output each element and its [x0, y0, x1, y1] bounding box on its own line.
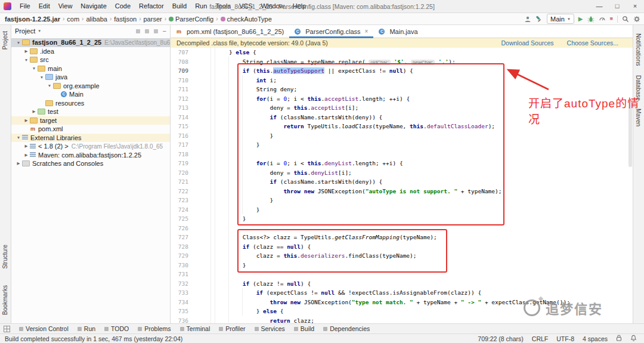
menu-edit[interactable]: Edit: [35, 0, 54, 13]
code-line[interactable]: 718: [171, 150, 633, 159]
line-number[interactable]: 715: [175, 122, 188, 131]
tree-item-external-libraries[interactable]: ▼External Libraries: [11, 134, 170, 143]
chevron-down-icon[interactable]: ▼: [46, 84, 53, 88]
line-number[interactable]: 732: [175, 279, 188, 289]
code-line[interactable]: 709 if (this.autoTypeSupport || expectCl…: [171, 66, 633, 76]
toolwindow-profiler[interactable]: Profiler: [219, 325, 245, 332]
code-line[interactable]: 728 if (clazz == null) {: [171, 242, 633, 252]
line-separator[interactable]: CRLF: [532, 335, 548, 342]
breadcrumb-item-fastjson-1-2-25-jar[interactable]: fastjson-1.2.25.jar: [5, 16, 60, 23]
project-panel-title[interactable]: Project: [15, 27, 35, 35]
code-line[interactable]: 711 String deny;: [171, 85, 633, 94]
code-line[interactable]: 721 if (className.startsWith(deny)) {: [171, 177, 633, 187]
maximize-button[interactable]: □: [608, 0, 626, 13]
line-number[interactable]: 733: [175, 288, 188, 298]
line-number[interactable]: 730: [175, 261, 188, 270]
tree-item-target[interactable]: ▶target: [11, 116, 170, 125]
line-number[interactable]: 731: [175, 270, 188, 279]
stripe-bookmarks[interactable]: Bookmarks: [2, 285, 8, 315]
breadcrumb-item-parser[interactable]: parser: [144, 16, 162, 23]
chevron-down-icon[interactable]: ▼: [38, 75, 45, 79]
line-number[interactable]: 710: [175, 76, 188, 85]
tab-parserconfig-class[interactable]: CParserConfig.class×: [289, 25, 373, 38]
chevron-right-icon[interactable]: ▶: [23, 153, 30, 157]
code-line[interactable]: 730 }: [171, 261, 633, 270]
line-number[interactable]: 728: [175, 242, 188, 252]
line-number[interactable]: 736: [175, 316, 188, 325]
line-number[interactable]: 712: [175, 94, 188, 104]
toolwindow-todo[interactable]: TODO: [104, 325, 129, 332]
tree-item-maven-com-alibaba-fastjson-1-2-25[interactable]: ▶Maven: com.alibaba:fastjson:1.2.25: [11, 151, 170, 160]
lock-icon[interactable]: [616, 335, 622, 342]
code-line[interactable]: 723 }: [171, 196, 633, 205]
hide-panel-icon[interactable]: −: [163, 28, 166, 34]
line-number[interactable]: 707: [175, 48, 188, 57]
line-number[interactable]: 719: [175, 159, 188, 168]
toolwindow-run[interactable]: Run: [78, 325, 95, 332]
breadcrumb-item-checkautotype[interactable]: checkAutoType: [221, 16, 272, 23]
chevron-right-icon[interactable]: ▶: [30, 109, 38, 114]
chevron-right-icon[interactable]: ▶: [23, 118, 30, 123]
tree-item-org-example[interactable]: ▼org.example: [11, 82, 170, 91]
line-number[interactable]: 724: [175, 205, 188, 215]
menu-file[interactable]: File: [16, 0, 35, 13]
tree-item-pom-xml[interactable]: mpom.xml: [11, 125, 170, 134]
code-line[interactable]: 729 clazz = this.deserializers.findClass…: [171, 251, 633, 261]
code-line[interactable]: 707 } else {: [171, 48, 633, 57]
tree-item-main[interactable]: ▼main: [11, 64, 170, 73]
line-number[interactable]: 716: [175, 131, 188, 141]
breadcrumb-item-fastjson[interactable]: fastjson: [114, 16, 137, 23]
collapse-all-icon[interactable]: [154, 29, 158, 33]
code-line[interactable]: 716 }: [171, 131, 633, 141]
user-icon[interactable]: [524, 16, 531, 23]
code-line[interactable]: 722 throw new JSONException("autoType is…: [171, 187, 633, 196]
toolwindow-version-control[interactable]: Version Control: [19, 325, 69, 332]
chevron-down-icon[interactable]: ▼: [30, 66, 38, 70]
close-icon[interactable]: ×: [365, 28, 369, 35]
choose-sources-link[interactable]: Choose Sources...: [567, 39, 618, 47]
debug-button[interactable]: [587, 16, 595, 23]
code-line[interactable]: 708 String className = typeName.replace(…: [171, 57, 633, 67]
breadcrumb-item-alibaba[interactable]: alibaba: [86, 16, 107, 23]
notifications-bell-icon[interactable]: [630, 335, 637, 342]
tree-item-test[interactable]: ▶test: [11, 107, 170, 116]
line-number[interactable]: 714: [175, 113, 188, 122]
line-number[interactable]: 720: [175, 168, 188, 178]
breadcrumb-item-com[interactable]: com: [67, 16, 79, 23]
tree-item-java[interactable]: ▼java: [11, 73, 170, 82]
stripe-project[interactable]: Project: [2, 31, 8, 50]
line-number[interactable]: 721: [175, 177, 188, 187]
code-line[interactable]: 710 int i;: [171, 76, 633, 85]
line-number[interactable]: 726: [175, 224, 188, 233]
close-button[interactable]: ×: [626, 0, 644, 13]
search-everywhere-button[interactable]: [622, 16, 629, 23]
menu-code[interactable]: Code: [111, 0, 135, 13]
chevron-down-icon[interactable]: ▼: [15, 41, 22, 45]
code-line[interactable]: 733 if (expectClass != null && !expectCl…: [171, 288, 633, 298]
tree-item-scratches-and-consoles[interactable]: ▶Scratches and Consoles: [11, 159, 170, 168]
toolwindow-problems[interactable]: Problems: [138, 325, 171, 332]
tree-item-fastjson-8u66-1-2-25[interactable]: ▼fastjson_8u66_1_2_25E:\JavaSec\fastjson…: [11, 38, 170, 47]
code-line[interactable]: 731: [171, 270, 633, 279]
chevron-right-icon[interactable]: ▶: [23, 144, 30, 149]
code-line[interactable]: 719 for(i = 0; i < this.denyList.length;…: [171, 159, 633, 168]
code-editor[interactable]: 707 } else {708 String className = typeN…: [171, 48, 633, 324]
stripe-structure[interactable]: Structure: [2, 245, 8, 269]
line-number[interactable]: 709: [175, 66, 188, 76]
tree-item-src[interactable]: ▼src: [11, 55, 170, 64]
code-line[interactable]: 727 Class<?> clazz = TypeUtils.getClassF…: [171, 233, 633, 242]
run-button[interactable]: ▶: [578, 13, 583, 24]
toolwindow-services[interactable]: Services: [255, 325, 285, 332]
tree-item-resources[interactable]: resources: [11, 99, 170, 108]
toolwindow-dependencies[interactable]: Dependencies: [323, 325, 370, 332]
line-number[interactable]: 723: [175, 196, 188, 205]
chevron-down-icon[interactable]: ▼: [23, 58, 30, 62]
minimize-button[interactable]: —: [590, 0, 608, 13]
line-number[interactable]: 735: [175, 307, 188, 316]
tab-main-java[interactable]: CMain.java: [373, 25, 423, 38]
tab-pom-xml-fastjson-8u66-1-2-25[interactable]: mpom.xml (fastjson_8u66_1_2_25): [171, 25, 289, 38]
indent-style[interactable]: 4 spaces: [583, 335, 608, 342]
line-number[interactable]: 729: [175, 251, 188, 261]
line-number[interactable]: 722: [175, 187, 188, 196]
code-line[interactable]: 717 }: [171, 140, 633, 150]
